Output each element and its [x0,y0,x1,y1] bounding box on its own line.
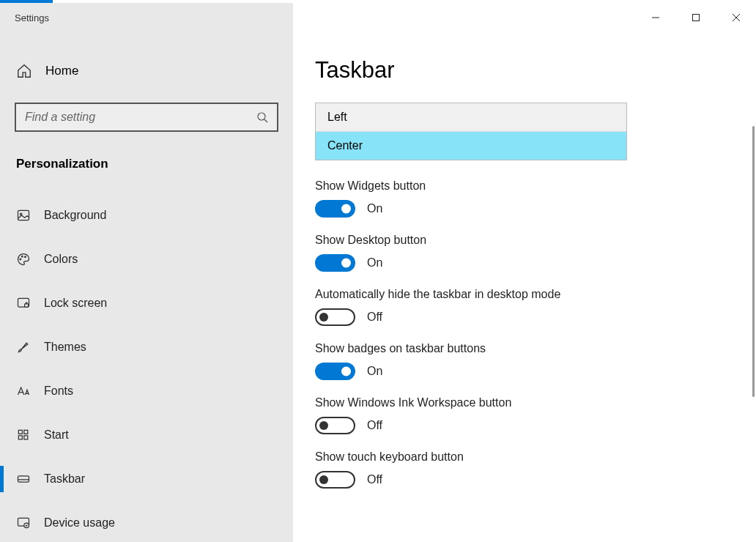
toggle-state: On [367,256,382,270]
toggle-row: Off [315,471,738,489]
sidebar-item-taskbar[interactable]: Taskbar [0,457,293,501]
sidebar-item-label: Device usage [44,516,115,530]
setting-show-desktop: Show Desktop button On [315,234,738,272]
svg-rect-12 [25,304,29,307]
sidebar-home[interactable]: Home [0,50,293,92]
sidebar-item-device-usage[interactable]: Device usage [0,501,293,542]
setting-auto-hide: Automatically hide the taskbar in deskto… [315,288,738,326]
window-title: Settings [15,12,49,23]
svg-rect-14 [24,430,28,434]
setting-show-widgets: Show Widgets button On [315,179,738,218]
close-icon [732,13,741,22]
svg-point-7 [20,213,22,215]
setting-label: Show Widgets button [315,179,738,193]
start-icon [16,428,31,442]
sidebar-category: Personalization [0,135,293,185]
sidebar-item-themes[interactable]: Themes [0,325,293,369]
alignment-dropdown[interactable]: Left Center [315,103,627,160]
svg-line-5 [264,119,267,122]
taskbar-icon [16,472,31,486]
toggle-show-badges[interactable] [315,363,355,380]
search-box[interactable] [15,103,278,132]
svg-rect-15 [18,436,22,439]
search-wrap [0,92,293,135]
toggle-row: Off [315,417,738,434]
toggle-knob [319,475,328,484]
toggle-knob [319,313,328,322]
setting-label: Show touch keyboard button [315,450,738,464]
setting-show-badges: Show badges on taskbar buttons On [315,342,738,380]
sidebar-nav: Background Colors Lock screen Themes [0,185,293,542]
toggle-ink-workspace[interactable] [315,417,355,434]
setting-label: Show Windows Ink Workspace button [315,396,738,409]
toggle-state: Off [367,419,382,432]
sidebar-item-label: Fonts [44,385,73,398]
toggle-knob [341,204,351,214]
lock-screen-icon [16,296,31,311]
toggle-knob [341,259,351,268]
toggle-knob [341,367,351,376]
main-scroll[interactable]: Taskbar Left Center Show Widgets button … [315,57,756,542]
sidebar: Home Personalization Background [0,32,293,542]
sidebar-item-label: Taskbar [44,472,85,486]
minimize-button[interactable] [635,3,675,32]
setting-label: Automatically hide the taskbar in deskto… [315,288,738,301]
sidebar-item-lock-screen[interactable]: Lock screen [0,281,293,325]
toggle-row: On [315,363,738,380]
search-icon [256,111,268,123]
svg-rect-16 [24,436,28,439]
device-usage-icon [16,516,31,530]
toggle-show-widgets[interactable] [315,200,355,218]
sidebar-item-label: Themes [44,341,86,354]
toggle-row: Off [315,308,738,326]
svg-point-4 [258,113,265,120]
scrollbar[interactable] [752,126,755,397]
home-icon [16,63,32,79]
fonts-icon [16,384,31,398]
svg-point-9 [22,256,23,257]
toggle-touch-keyboard[interactable] [315,471,355,489]
close-button[interactable] [716,3,756,32]
sidebar-item-label: Background [44,209,106,222]
setting-ink-workspace: Show Windows Ink Workspace button Off [315,396,738,434]
svg-point-10 [25,256,26,258]
svg-point-8 [20,259,21,260]
setting-touch-keyboard: Show touch keyboard button Off [315,450,738,489]
svg-rect-1 [692,15,699,21]
search-input[interactable] [25,111,256,124]
brush-icon [16,340,31,354]
toggle-state: Off [367,311,382,324]
toggle-row: On [315,200,738,218]
toggle-knob [319,421,328,430]
window-controls [635,3,756,32]
setting-label: Show badges on taskbar buttons [315,342,738,355]
sidebar-item-background[interactable]: Background [0,193,293,237]
main-panel: Taskbar Left Center Show Widgets button … [293,32,756,542]
sidebar-item-fonts[interactable]: Fonts [0,369,293,413]
titlebar-left: Settings [0,3,293,32]
toggle-row: On [315,254,738,272]
home-label: Home [45,64,78,78]
sidebar-item-start[interactable]: Start [0,413,293,457]
dropdown-option-center[interactable]: Center [316,132,626,160]
minimize-icon [651,13,660,22]
svg-rect-13 [18,430,22,434]
maximize-button[interactable] [675,3,716,32]
titlebar: Settings [0,3,756,32]
svg-rect-6 [18,210,29,220]
sidebar-item-label: Colors [44,253,78,266]
toggle-state: On [367,365,382,378]
sidebar-item-label: Start [44,428,69,442]
toggle-show-desktop[interactable] [315,254,355,272]
maximize-icon [692,13,700,22]
palette-icon [16,252,31,267]
dropdown-option-left[interactable]: Left [316,103,626,132]
content-area: Home Personalization Background [0,32,756,542]
sidebar-item-colors[interactable]: Colors [0,237,293,281]
image-icon [16,208,31,223]
toggle-state: Off [367,473,382,486]
svg-rect-17 [18,476,29,482]
toggle-auto-hide[interactable] [315,308,355,326]
page-title: Taskbar [315,57,738,83]
setting-label: Show Desktop button [315,234,738,247]
